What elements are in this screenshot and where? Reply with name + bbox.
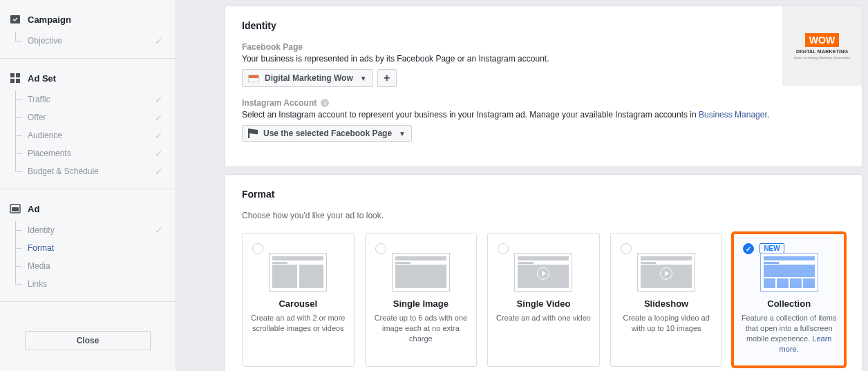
format-card-title: Carousel xyxy=(249,298,347,309)
sidebar-item-budget-schedule[interactable]: Budget & Schedule✓ xyxy=(0,162,176,180)
sidebar-item-placements[interactable]: Placements✓ xyxy=(0,144,176,162)
format-card-single-video[interactable]: Single VideoCreate an ad with one video xyxy=(487,233,600,367)
format-panel: Format Choose how you'd like your ad to … xyxy=(225,174,862,371)
flag-icon xyxy=(248,129,258,138)
format-card-desc: Create an ad with 2 or more scrollable i… xyxy=(249,313,347,334)
fb-page-label: Facebook Page xyxy=(242,42,845,52)
radio-icon xyxy=(252,243,263,254)
format-card-slideshow[interactable]: SlideshowCreate a looping video ad with … xyxy=(610,233,723,367)
format-card-desc: Create up to 6 ads with one image each a… xyxy=(372,313,470,344)
check-icon: ✓ xyxy=(155,111,163,124)
ig-label: Instagram Account i xyxy=(242,98,845,108)
sidebar-item-objective[interactable]: Objective ✓ xyxy=(0,32,176,50)
sidebar-item-media[interactable]: Media xyxy=(0,257,176,275)
format-card-collection[interactable]: NEWCollectionFeature a collection of ite… xyxy=(733,233,845,367)
main-content: Identity Facebook Page Your business is … xyxy=(176,0,868,371)
close-button[interactable]: Close xyxy=(25,331,151,350)
format-heading: Format xyxy=(242,189,845,200)
ad-icon xyxy=(10,203,21,214)
ig-desc: Select an Instagram account to represent… xyxy=(242,110,845,120)
ad-title: Ad xyxy=(28,204,39,214)
radio-icon xyxy=(621,243,632,254)
info-icon[interactable]: i xyxy=(321,99,329,107)
format-card-title: Single Image xyxy=(372,298,470,309)
add-page-button[interactable]: + xyxy=(377,69,397,87)
identity-heading: Identity xyxy=(242,20,845,31)
format-card-title: Collection xyxy=(740,298,838,309)
carousel-thumb-icon xyxy=(269,253,327,292)
svg-rect-6 xyxy=(12,207,19,211)
radio-icon xyxy=(743,243,754,254)
sidebar-item-offer[interactable]: Offer✓ xyxy=(0,108,176,126)
nav-header-adset[interactable]: Ad Set xyxy=(0,66,176,91)
check-icon: ✓ xyxy=(155,147,163,160)
business-manager-link[interactable]: Business Manager xyxy=(699,110,767,120)
folder-check-icon xyxy=(10,14,21,25)
nav-header-campaign[interactable]: Campaign xyxy=(0,7,176,32)
sidebar-item-identity[interactable]: Identity✓ xyxy=(0,221,176,239)
nav-group-campaign: Campaign Objective ✓ xyxy=(0,0,176,59)
close-area: Close xyxy=(0,317,176,371)
image-thumb-icon xyxy=(392,253,450,292)
identity-panel: Identity Facebook Page Your business is … xyxy=(225,6,862,167)
format-card-single-image[interactable]: Single ImageCreate up to 6 ads with one … xyxy=(365,233,478,367)
radio-icon xyxy=(375,243,386,254)
svg-rect-4 xyxy=(16,79,20,83)
format-sub: Choose how you'd like your ad to look. xyxy=(242,211,845,220)
nav-header-ad[interactable]: Ad xyxy=(0,196,176,221)
chevron-down-icon: ▼ xyxy=(399,130,406,137)
page-thumb-icon xyxy=(248,75,259,82)
learn-more-link[interactable]: Learn more. xyxy=(780,334,832,353)
check-icon: ✓ xyxy=(155,165,163,178)
page-selector[interactable]: Digital Marketing Wow ▼ xyxy=(242,69,373,87)
svg-rect-2 xyxy=(16,73,20,77)
format-card-desc: Create an ad with one video xyxy=(495,313,592,323)
campaign-title: Campaign xyxy=(28,15,71,25)
svg-rect-1 xyxy=(10,73,15,77)
format-card-carousel[interactable]: CarouselCreate an ad with 2 or more scro… xyxy=(242,233,355,367)
sidebar-item-links[interactable]: Links xyxy=(0,275,176,293)
sidebar-item-format[interactable]: Format xyxy=(0,239,176,257)
grid-icon xyxy=(10,73,21,84)
brand-preview: WOW DIGITAL MARKETING News | Technology … xyxy=(782,6,862,86)
video-thumb-icon xyxy=(514,253,572,292)
sidebar: Campaign Objective ✓ Ad Set Traffic✓Offe… xyxy=(0,0,176,371)
video-thumb-icon xyxy=(637,253,695,292)
check-icon: ✓ xyxy=(155,93,163,106)
radio-icon xyxy=(498,243,509,254)
svg-rect-3 xyxy=(10,79,15,83)
nav-group-adset: Ad Set Traffic✓Offer✓Audience✓Placements… xyxy=(0,59,176,189)
adset-title: Ad Set xyxy=(28,73,56,84)
ig-selector[interactable]: Use the selected Facebook Page ▼ xyxy=(242,125,412,142)
check-icon: ✓ xyxy=(155,224,163,236)
fb-page-desc: Your business is represented in ads by i… xyxy=(242,54,845,64)
check-icon: ✓ xyxy=(155,35,163,47)
brand-sub: DIGITAL MARKETING xyxy=(796,49,848,54)
format-card-title: Single Video xyxy=(495,298,592,309)
new-badge: NEW xyxy=(760,243,784,254)
format-card-desc: Create a looping video ad with up to 10 … xyxy=(618,313,715,334)
sidebar-item-audience[interactable]: Audience✓ xyxy=(0,126,176,144)
page-name: Digital Marketing Wow xyxy=(265,73,353,83)
sidebar-item-traffic[interactable]: Traffic✓ xyxy=(0,91,176,108)
format-row: CarouselCreate an ad with 2 or more scro… xyxy=(242,233,845,367)
chevron-down-icon: ▼ xyxy=(360,75,367,82)
collection-thumb-icon xyxy=(760,253,818,292)
format-card-title: Slideshow xyxy=(618,298,715,309)
nav-group-ad: Ad Identity✓FormatMediaLinks xyxy=(0,189,176,302)
brand-tag: News | Technology | Marketing | Social m… xyxy=(794,56,849,59)
check-icon: ✓ xyxy=(155,129,163,142)
format-card-desc: Feature a collection of items that open … xyxy=(740,313,838,354)
brand-wow: WOW xyxy=(805,33,839,47)
